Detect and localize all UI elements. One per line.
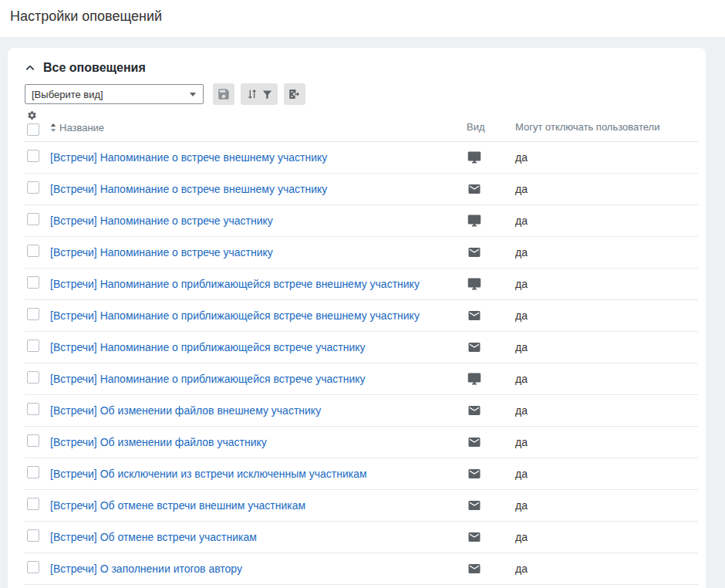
panel-header: Все оповещения xyxy=(25,61,698,75)
sort-icon xyxy=(246,88,258,100)
table-row: [Встречи] Напоминание о приближающейся в… xyxy=(25,300,698,332)
notification-link[interactable]: [Встречи] Об отмене встречи участникам xyxy=(48,531,461,543)
table-header: Название Вид Могут отключать пользовател… xyxy=(25,110,698,142)
row-checkbox[interactable] xyxy=(27,371,39,384)
notification-link[interactable]: [Встречи] Напоминание о приближающейся в… xyxy=(48,373,461,385)
can-disable-value: да xyxy=(509,341,698,353)
can-disable-value: да xyxy=(509,404,698,417)
view-select-value: [Выберите вид] xyxy=(32,89,103,100)
row-checkbox[interactable] xyxy=(27,561,39,573)
mail-icon xyxy=(467,340,481,354)
monitor-icon xyxy=(467,214,481,228)
row-checkbox[interactable] xyxy=(27,498,39,510)
table-row: [Встречи] Напоминание о встрече внешнему… xyxy=(25,174,698,205)
page-header: Настройки оповещений xyxy=(0,0,725,37)
row-checkbox[interactable] xyxy=(27,213,39,225)
row-checkbox[interactable] xyxy=(27,466,39,478)
table-row: [Встречи] Напоминание о приближающейся в… xyxy=(25,332,698,363)
mail-icon xyxy=(467,435,481,449)
notification-link[interactable]: [Встречи] Напоминание о встрече участник… xyxy=(48,215,461,227)
save-icon xyxy=(217,87,231,101)
can-disable-value: да xyxy=(509,436,698,448)
notification-link[interactable]: [Встречи] Напоминание о встрече внешнему… xyxy=(48,183,461,195)
table-row: [Встречи] Напоминание о встрече участник… xyxy=(25,237,698,269)
save-button[interactable] xyxy=(213,83,234,105)
can-disable-value: да xyxy=(509,215,698,227)
view-select[interactable]: [Выберите вид] xyxy=(25,84,204,104)
mail-icon xyxy=(467,182,481,196)
can-disable-value: да xyxy=(509,183,698,195)
table-row: [Встречи] О заполнении итогов автору да xyxy=(25,553,698,585)
page-title: Настройки оповещений xyxy=(10,8,725,25)
chevron-up-icon xyxy=(25,63,35,73)
monitor-icon xyxy=(467,150,481,164)
table-row: [Встречи] Об изменении файлов участнику … xyxy=(25,427,698,458)
chevron-down-icon xyxy=(190,93,196,96)
row-checkbox[interactable] xyxy=(27,245,39,257)
table-row: [Встречи] Об отмене встречи участникам д… xyxy=(25,522,698,553)
mail-icon xyxy=(467,404,481,417)
can-disable-value: да xyxy=(509,468,698,480)
mail-icon xyxy=(467,245,481,259)
row-checkbox[interactable] xyxy=(27,150,39,162)
notification-link[interactable]: [Встречи] Напоминание о приближающейся в… xyxy=(48,309,461,322)
table-row: [Встречи] Напоминание о встрече участник… xyxy=(25,205,698,237)
mail-icon xyxy=(467,498,481,512)
mail-icon xyxy=(467,530,481,544)
column-label-name: Название xyxy=(59,122,104,133)
notification-link[interactable]: [Встречи] Напоминание о встрече участник… xyxy=(48,246,461,259)
column-label-type: Вид xyxy=(467,121,485,133)
row-checkbox[interactable] xyxy=(27,529,39,542)
notification-link[interactable]: [Встречи] Напоминание о приближающейся в… xyxy=(48,341,461,353)
sort-arrows-icon[interactable] xyxy=(50,123,56,132)
select-all-checkbox[interactable] xyxy=(27,123,39,136)
can-disable-value: да xyxy=(509,246,698,259)
table-row: [Встречи] Об изменении файлов внешнему у… xyxy=(25,395,698,427)
can-disable-value: да xyxy=(509,151,698,164)
can-disable-value: да xyxy=(509,309,698,322)
monitor-icon xyxy=(467,277,481,291)
can-disable-value: да xyxy=(509,373,698,385)
table-row: [Встречи] Напоминание о встрече внешнему… xyxy=(25,142,698,174)
export-button[interactable] xyxy=(284,83,305,105)
notification-link[interactable]: [Встречи] Об изменении файлов внешнему у… xyxy=(48,404,461,417)
monitor-icon xyxy=(467,372,481,386)
row-checkbox[interactable] xyxy=(27,340,39,352)
collapse-button[interactable] xyxy=(25,63,35,73)
notification-link[interactable]: [Встречи] Напоминание о встрече внешнему… xyxy=(48,151,461,164)
can-disable-value: да xyxy=(509,278,698,290)
toolbar: [Выберите вид] xyxy=(25,83,698,105)
table-row: [Встречи] Об исключении из встречи исклю… xyxy=(25,458,698,490)
column-header-can-disable: Могут отключать пользователи xyxy=(509,120,698,133)
notification-link[interactable]: [Встречи] Об изменении файлов участнику xyxy=(48,436,461,448)
table-row: [Встречи] Напоминание о приближающейся в… xyxy=(25,363,698,395)
page-content: Все оповещения [Выберите вид] xyxy=(0,37,725,588)
row-checkbox[interactable] xyxy=(27,308,39,320)
mail-icon xyxy=(467,309,481,323)
sort-filter-button[interactable] xyxy=(241,83,278,105)
row-checkbox[interactable] xyxy=(27,276,39,289)
notification-link[interactable]: [Встречи] О заполнении итогов автору xyxy=(48,563,461,575)
row-checkbox[interactable] xyxy=(27,434,39,447)
notification-link[interactable]: [Встречи] Об исключении из встречи исклю… xyxy=(48,468,461,480)
column-header-type: Вид xyxy=(461,120,509,133)
panel-title: Все оповещения xyxy=(43,61,146,75)
can-disable-value: да xyxy=(509,563,698,575)
mail-icon xyxy=(467,467,481,481)
row-checkbox[interactable] xyxy=(27,403,39,415)
table-body: [Встречи] Напоминание о встрече внешнему… xyxy=(25,142,698,585)
table-row: [Встречи] Напоминание о приближающейся в… xyxy=(25,269,698,300)
column-header-name[interactable]: Название xyxy=(48,122,461,133)
notifications-panel: Все оповещения [Выберите вид] xyxy=(8,48,706,588)
gear-icon[interactable] xyxy=(27,110,37,120)
table-row: [Встречи] Об отмене встречи внешним учас… xyxy=(25,490,698,522)
can-disable-value: да xyxy=(509,499,698,512)
row-checkbox[interactable] xyxy=(27,181,39,194)
export-icon xyxy=(288,87,302,101)
filter-icon xyxy=(261,89,273,100)
notification-link[interactable]: [Встречи] Напоминание о приближающейся в… xyxy=(48,278,461,290)
can-disable-value: да xyxy=(509,531,698,543)
mail-icon xyxy=(467,562,481,576)
column-label-can-disable: Могут отключать пользователи xyxy=(515,121,659,133)
notification-link[interactable]: [Встречи] Об отмене встречи внешним учас… xyxy=(48,499,461,512)
